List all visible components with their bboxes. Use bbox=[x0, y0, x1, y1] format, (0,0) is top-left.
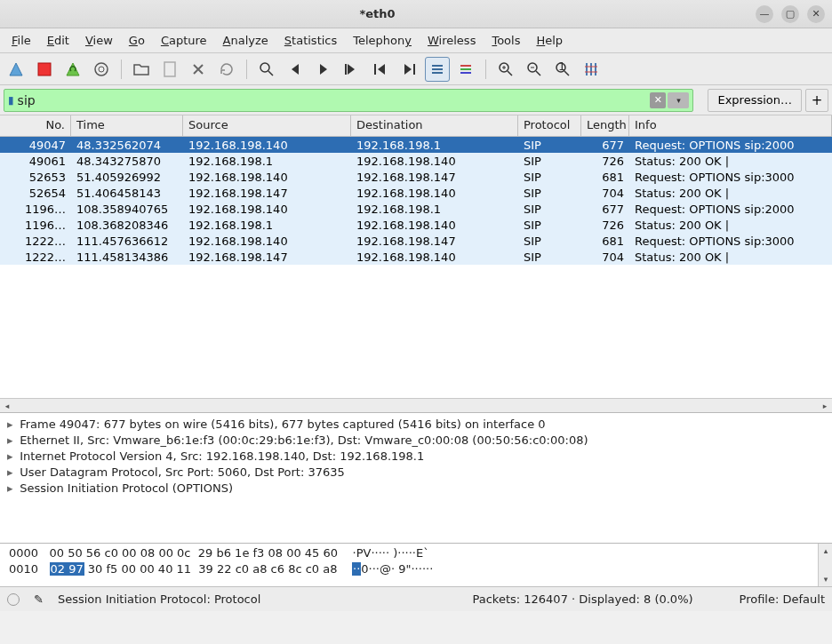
minimize-button[interactable]: — bbox=[756, 5, 773, 23]
menu-edit[interactable]: Edit bbox=[39, 31, 77, 50]
close-file-button[interactable] bbox=[186, 57, 211, 82]
detail-line[interactable]: ▸ User Datagram Protocol, Src Port: 5060… bbox=[7, 465, 825, 481]
status-profile[interactable]: Profile: Default bbox=[740, 592, 825, 606]
menu-tools[interactable]: Tools bbox=[484, 31, 528, 50]
menu-file[interactable]: File bbox=[4, 31, 39, 50]
edit-icon[interactable]: ✎ bbox=[34, 592, 44, 606]
titlebar: *eth0 — ▢ ✕ bbox=[0, 0, 832, 28]
packet-row[interactable]: 4906148.343275870192.168.198.1192.168.19… bbox=[0, 153, 832, 169]
toolbar-separator bbox=[121, 60, 122, 79]
menu-telephony[interactable]: Telephony bbox=[345, 31, 420, 50]
packet-details-pane[interactable]: ▸ Frame 49047: 677 bytes on wire (5416 b… bbox=[0, 413, 832, 544]
svg-point-1 bbox=[95, 63, 108, 76]
svg-line-20 bbox=[536, 71, 540, 76]
window-title: *eth0 bbox=[7, 7, 748, 20]
menu-help[interactable]: Help bbox=[528, 31, 571, 50]
col-no[interactable]: No. bbox=[0, 115, 71, 136]
expert-info-icon[interactable] bbox=[7, 593, 20, 606]
packet-row[interactable]: 5265451.406458143192.168.198.147192.168.… bbox=[0, 185, 832, 201]
resize-columns-button[interactable] bbox=[579, 57, 604, 82]
detail-line[interactable]: ▸ Frame 49047: 677 bytes on wire (5416 b… bbox=[7, 417, 825, 433]
hex-line: 0000 00 50 56 c0 00 08 00 0c 29 b6 1e f3… bbox=[9, 545, 823, 561]
zoom-in-button[interactable] bbox=[493, 57, 518, 82]
restart-capture-button[interactable] bbox=[60, 57, 85, 82]
packet-list-pane[interactable]: No. Time Source Destination Protocol Len… bbox=[0, 115, 832, 413]
packet-row[interactable]: 1196…108.358940765192.168.198.140192.168… bbox=[0, 201, 832, 217]
filter-bar: ▮ ✕ ▾ Expression… + bbox=[0, 85, 832, 115]
hex-vscroll[interactable]: ▴▾ bbox=[818, 544, 832, 586]
detail-line[interactable]: ▸ Session Initiation Protocol (OPTIONS) bbox=[7, 481, 825, 497]
reload-button[interactable] bbox=[214, 57, 239, 82]
save-file-button[interactable] bbox=[157, 57, 182, 82]
packet-rows: 4904748.332562074192.168.198.140192.168.… bbox=[0, 137, 832, 265]
packet-row[interactable]: 5265351.405926992192.168.198.140192.168.… bbox=[0, 169, 832, 185]
auto-scroll-button[interactable] bbox=[425, 57, 450, 82]
clear-filter-button[interactable]: ✕ bbox=[650, 92, 666, 108]
menu-go[interactable]: Go bbox=[121, 31, 153, 50]
close-button[interactable]: ✕ bbox=[807, 5, 825, 23]
hex-line: 0010 02 97 30 f5 00 00 40 11 39 22 c0 a8… bbox=[9, 561, 823, 577]
col-protocol[interactable]: Protocol bbox=[518, 115, 581, 136]
packet-list-hscroll[interactable]: ◂▸ bbox=[0, 398, 832, 412]
go-last-button[interactable] bbox=[396, 57, 421, 82]
status-field-info: Session Initiation Protocol: Protocol bbox=[58, 592, 260, 606]
svg-rect-3 bbox=[164, 62, 175, 76]
go-first-button[interactable] bbox=[368, 57, 393, 82]
col-time[interactable]: Time bbox=[71, 115, 183, 136]
svg-point-4 bbox=[260, 63, 269, 72]
menu-statistics[interactable]: Statistics bbox=[276, 31, 345, 50]
go-forward-button[interactable] bbox=[311, 57, 336, 82]
status-packet-count: Packets: 126407 · Displayed: 8 (0.0%) bbox=[472, 592, 692, 606]
svg-rect-0 bbox=[38, 63, 51, 76]
capture-options-button[interactable] bbox=[89, 57, 114, 82]
display-filter-input-wrap: ▮ ✕ ▾ bbox=[4, 89, 693, 112]
go-back-button[interactable] bbox=[283, 57, 308, 82]
col-source[interactable]: Source bbox=[183, 115, 351, 136]
start-capture-button[interactable] bbox=[4, 57, 28, 82]
packet-bytes-pane[interactable]: 0000 00 50 56 c0 00 08 00 0c 29 b6 1e f3… bbox=[0, 544, 832, 586]
packet-row[interactable]: 4904748.332562074192.168.198.140192.168.… bbox=[0, 137, 832, 153]
col-destination[interactable]: Destination bbox=[351, 115, 518, 136]
menu-bar: File Edit View Go Capture Analyze Statis… bbox=[0, 28, 832, 53]
apply-filter-dropdown[interactable]: ▾ bbox=[668, 92, 689, 108]
packet-list-header[interactable]: No. Time Source Destination Protocol Len… bbox=[0, 115, 832, 137]
add-filter-button[interactable]: + bbox=[805, 89, 828, 112]
svg-text:1: 1 bbox=[558, 61, 565, 73]
colorize-button[interactable] bbox=[453, 57, 478, 82]
menu-view[interactable]: View bbox=[77, 31, 121, 50]
svg-point-2 bbox=[99, 67, 104, 72]
menu-wireless[interactable]: Wireless bbox=[420, 31, 484, 50]
zoom-out-button[interactable] bbox=[522, 57, 547, 82]
toolbar-separator bbox=[246, 60, 247, 79]
svg-line-5 bbox=[268, 71, 273, 76]
col-length[interactable]: Length bbox=[581, 115, 629, 136]
go-to-packet-button[interactable] bbox=[340, 57, 364, 82]
menu-analyze[interactable]: Analyze bbox=[215, 31, 276, 50]
menu-capture[interactable]: Capture bbox=[153, 31, 215, 50]
detail-line[interactable]: ▸ Ethernet II, Src: Vmware_b6:1e:f3 (00:… bbox=[7, 433, 825, 449]
col-info[interactable]: Info bbox=[629, 115, 832, 136]
find-packet-button[interactable] bbox=[254, 57, 279, 82]
zoom-reset-button[interactable]: 1 bbox=[550, 57, 575, 82]
packet-row[interactable]: 1222…111.457636612192.168.198.140192.168… bbox=[0, 233, 832, 249]
maximize-button[interactable]: ▢ bbox=[781, 5, 799, 23]
svg-line-16 bbox=[508, 71, 512, 76]
packet-row[interactable]: 1196…108.368208346192.168.198.1192.168.1… bbox=[0, 217, 832, 233]
detail-line[interactable]: ▸ Internet Protocol Version 4, Src: 192.… bbox=[7, 449, 825, 465]
toolbar-separator bbox=[485, 60, 486, 79]
status-bar: ✎ Session Initiation Protocol: Protocol … bbox=[0, 586, 832, 611]
bookmark-icon[interactable]: ▮ bbox=[8, 94, 14, 107]
expression-button[interactable]: Expression… bbox=[708, 89, 802, 112]
display-filter-input[interactable] bbox=[14, 93, 647, 107]
stop-capture-button[interactable] bbox=[32, 57, 57, 82]
open-file-button[interactable] bbox=[129, 57, 154, 82]
toolbar: 1 bbox=[0, 53, 832, 85]
packet-row[interactable]: 1222…111.458134386192.168.198.147192.168… bbox=[0, 249, 832, 265]
